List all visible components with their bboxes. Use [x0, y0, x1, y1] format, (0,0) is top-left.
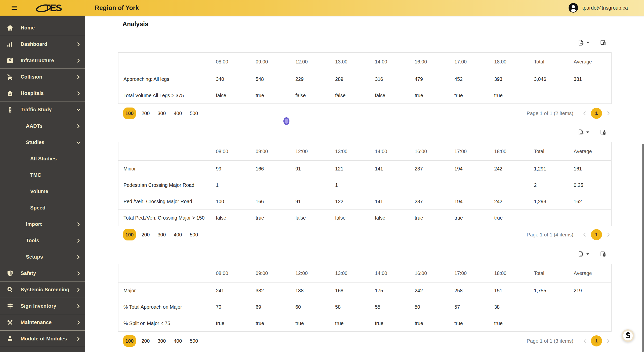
page-size-300-button[interactable]: 300 [155, 108, 168, 119]
chevron-right-icon [76, 320, 81, 325]
sidebar-item-safety[interactable]: Safety [0, 265, 85, 281]
sidebar-item-label: TMC [30, 172, 41, 178]
prev-page-button[interactable] [582, 111, 587, 116]
value-cell: 2 [532, 177, 572, 193]
prev-page-button[interactable] [582, 232, 587, 237]
data-table: 08:0009:0012:0013:0014:0016:0017:0018:00… [118, 264, 612, 332]
column-header: 09:00 [254, 142, 293, 161]
page-size-200-button[interactable]: 200 [139, 335, 152, 347]
current-page-button[interactable]: 1 [591, 335, 602, 346]
hamburger-menu-button[interactable] [10, 4, 19, 12]
page-size-500-button[interactable]: 500 [188, 335, 200, 347]
value-cell: true [452, 210, 492, 226]
page-size-100-button[interactable]: 100 [123, 108, 136, 119]
assistant-fab-button[interactable] [622, 329, 634, 342]
row-label-cell: Major [118, 283, 214, 299]
sidebar-item-infrastructure[interactable]: Infrastructure [0, 52, 85, 69]
sidebar-item-tmc[interactable]: TMC [0, 167, 85, 183]
grid-footer: 100200300400500 Page 1 of 1 (2 items) 1 [118, 106, 612, 120]
sidebar-item-aadts[interactable]: AADTs [0, 118, 85, 134]
export-button[interactable] [578, 251, 589, 258]
value-cell: 258 [452, 283, 492, 299]
next-page-button[interactable] [606, 232, 611, 237]
chevron-left-icon [582, 338, 587, 344]
current-page-button[interactable]: 1 [591, 108, 602, 119]
page-size-400-button[interactable]: 400 [171, 108, 184, 119]
sidebar-item-studies[interactable]: Studies [0, 134, 85, 151]
value-cell: false [333, 87, 373, 104]
value-cell: 38 [492, 299, 532, 315]
value-cell: 138 [293, 283, 333, 299]
vertical-scrollbar-thumb[interactable] [642, 144, 644, 352]
sidebar-item-label: Tools [26, 238, 39, 243]
pager: Page 1 of 1 (2 items) 1 [527, 108, 611, 119]
sidebar-item-volume[interactable]: Volume [0, 183, 85, 200]
sidebar-item-label: Module of Modules [21, 336, 67, 342]
row-label-column-header [118, 142, 214, 161]
column-chooser-icon [600, 39, 607, 46]
grid-footer: 100200300400500 Page 1 of 1 (4 items) 1 [118, 228, 612, 242]
sidebar-item-label: Traffic Study [21, 107, 52, 113]
prev-page-button[interactable] [582, 338, 587, 344]
next-page-button[interactable] [606, 111, 611, 116]
chevron-right-icon [606, 232, 611, 237]
export-button[interactable] [578, 129, 589, 136]
sidebar-item-setups[interactable]: Setups [0, 249, 85, 265]
next-page-button[interactable] [606, 338, 611, 344]
sidebar-item-home[interactable]: Home [0, 20, 85, 36]
topbar: TES Region of York tpardo@tnsgroup.ca [0, 0, 644, 16]
column-header: 16:00 [413, 142, 452, 161]
page-size-200-button[interactable]: 200 [139, 229, 152, 240]
export-button[interactable] [578, 39, 589, 46]
page-size-500-button[interactable]: 500 [188, 108, 200, 119]
sidebar-item-all-studies[interactable]: All Studies [0, 151, 85, 167]
column-header: Average [572, 142, 611, 161]
sidebar-item-maintenance[interactable]: Maintenance [0, 314, 85, 331]
sidebar-item-hospitals[interactable]: Hospitals [0, 85, 85, 101]
chevron-right-icon [76, 287, 81, 292]
sidebar-item-label: Import [26, 221, 42, 227]
page-size-100-button[interactable]: 100 [123, 335, 136, 347]
hospitals-icon [7, 90, 15, 97]
page-size-400-button[interactable]: 400 [171, 335, 184, 347]
value-cell [293, 177, 333, 193]
sidebar-item-label: Speed [30, 205, 46, 211]
page-size-200-button[interactable]: 200 [139, 108, 152, 119]
page-size-400-button[interactable]: 400 [171, 229, 184, 240]
export-icon [578, 251, 584, 258]
sidebar-item-sign-inventory[interactable]: Sign Inventory [0, 298, 85, 314]
value-cell: 242 [492, 193, 532, 210]
sidebar-item-label: Systemic Screening [21, 287, 69, 293]
sidebar-item-dashboard[interactable]: Dashboard [0, 36, 85, 52]
page-title: Analysis [122, 20, 612, 28]
sidebar-item-label: AADTs [26, 123, 42, 129]
value-cell: 0.25 [572, 177, 611, 193]
column-chooser-button[interactable] [600, 39, 607, 46]
page-size-300-button[interactable]: 300 [155, 229, 168, 240]
column-header: Total [532, 264, 572, 283]
sidebar-item-speed[interactable]: Speed [0, 200, 85, 216]
page-header-title: Region of York [95, 4, 139, 12]
value-cell [413, 177, 452, 193]
data-table: 08:0009:0012:0013:0014:0016:0017:0018:00… [118, 142, 612, 226]
column-chooser-button[interactable] [600, 129, 607, 136]
sidebar-item-module-of-modules[interactable]: Module of Modules [0, 331, 85, 347]
sidebar-item-collision[interactable]: Collision [0, 69, 85, 85]
sidebar: Home Dashboard Infrastructure Collision … [0, 16, 85, 352]
analysis-grid: 08:0009:0012:0013:0014:0016:0017:0018:00… [118, 38, 612, 120]
column-header: 14:00 [373, 53, 413, 71]
current-page-button[interactable]: 1 [591, 229, 602, 240]
sidebar-item-import[interactable]: Import [0, 216, 85, 232]
table-row: % Total Approach on Major706960585550573… [118, 299, 612, 315]
page-size-100-button[interactable]: 100 [123, 229, 136, 240]
column-header: 18:00 [492, 142, 532, 161]
account-menu[interactable]: tpardo@tnsgroup.ca [568, 3, 628, 13]
value-cell [532, 87, 572, 104]
sidebar-item-tools[interactable]: Tools [0, 232, 85, 249]
sidebar-item-systemic-screening[interactable]: Systemic Screening [0, 281, 85, 298]
page-size-500-button[interactable]: 500 [188, 229, 200, 240]
page-size-300-button[interactable]: 300 [155, 335, 168, 347]
sidebar-item-traffic-study[interactable]: Traffic Study [0, 101, 85, 118]
value-cell: false [373, 210, 413, 226]
column-chooser-button[interactable] [600, 251, 607, 258]
